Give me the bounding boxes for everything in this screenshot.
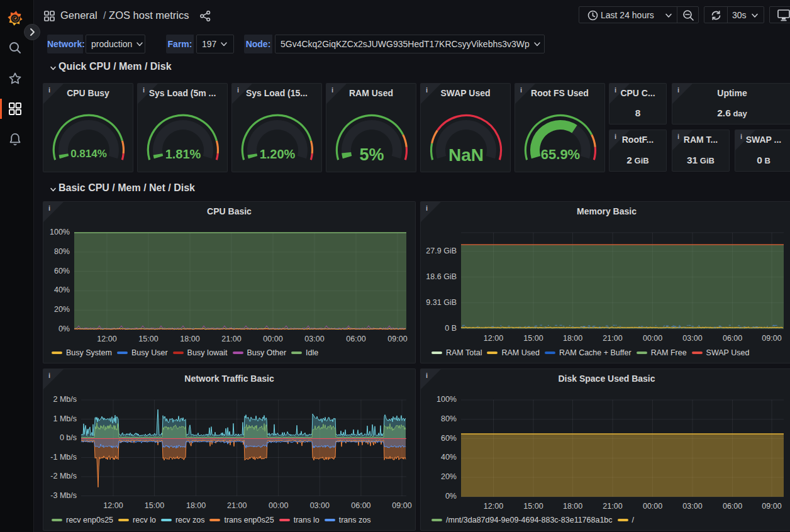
svg-text:NaN: NaN (448, 145, 484, 165)
svg-text:5%: 5% (359, 145, 384, 164)
svg-text:1.20%: 1.20% (260, 147, 296, 161)
svg-text:65.9%: 65.9% (541, 147, 580, 162)
svg-text:1.81%: 1.81% (165, 147, 201, 161)
svg-text:0.814%: 0.814% (70, 148, 107, 160)
